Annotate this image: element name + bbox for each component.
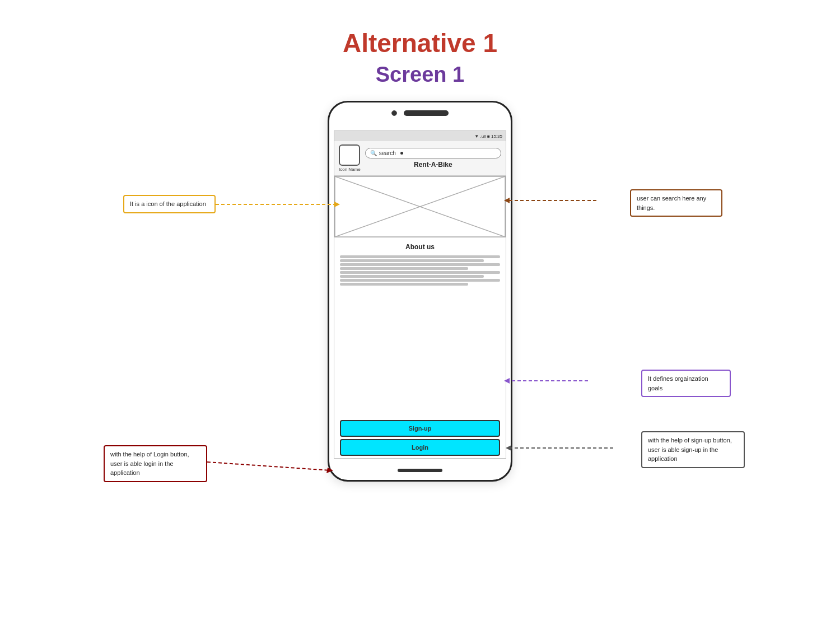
svg-line-11 — [207, 462, 330, 470]
text-line-3 — [340, 263, 500, 266]
text-line-8 — [340, 283, 468, 286]
camera-dot — [391, 110, 397, 116]
about-text-block — [340, 254, 500, 287]
login-button[interactable]: Login — [340, 439, 500, 456]
sub-title: Screen 1 — [0, 63, 840, 87]
app-name: Rent-A-Bike — [365, 161, 501, 169]
speaker-bar — [404, 110, 449, 116]
app-icon — [339, 144, 360, 166]
status-bar: ▼ .ull ■ 15:35 — [334, 131, 506, 141]
app-header: Icon Name 🔍 search Rent-A-Bike — [334, 141, 506, 176]
icon-annotation: It is a icon of the application — [123, 195, 216, 213]
text-line-4 — [340, 267, 468, 270]
text-line-2 — [340, 259, 484, 262]
text-line-7 — [340, 279, 500, 282]
icon-name-label: Icon Name — [339, 167, 361, 172]
signup-annotation: with the help of sign-up button, user is… — [641, 431, 745, 468]
search-annotation: user can search here any things. — [630, 189, 722, 217]
text-line-1 — [340, 255, 500, 258]
phone-camera-area — [391, 110, 449, 116]
main-title: Alternative 1 — [0, 28, 840, 58]
signup-button[interactable]: Sign-up — [340, 420, 500, 437]
text-line-5 — [340, 271, 500, 274]
search-bar[interactable]: 🔍 search — [365, 148, 501, 158]
search-dot — [400, 152, 403, 155]
about-heading: About us — [340, 243, 500, 251]
banner-image — [334, 176, 506, 237]
content-area: About us — [334, 237, 506, 418]
text-line-6 — [340, 275, 484, 278]
search-text: search — [379, 150, 396, 156]
phone-mockup: ▼ .ull ■ 15:35 Icon Name 🔍 search Rent-A… — [328, 101, 512, 482]
login-annotation: with the help of Login button, user is a… — [104, 445, 207, 482]
phone-screen: ▼ .ull ■ 15:35 Icon Name 🔍 search Rent-A… — [334, 130, 506, 459]
search-icon: 🔍 — [370, 150, 377, 156]
status-text: ▼ .ull ■ 15:35 — [474, 134, 502, 139]
home-bar — [398, 469, 442, 472]
about-annotation: It defines orgainzation goals — [641, 370, 731, 397]
icon-column: Icon Name — [339, 144, 361, 172]
